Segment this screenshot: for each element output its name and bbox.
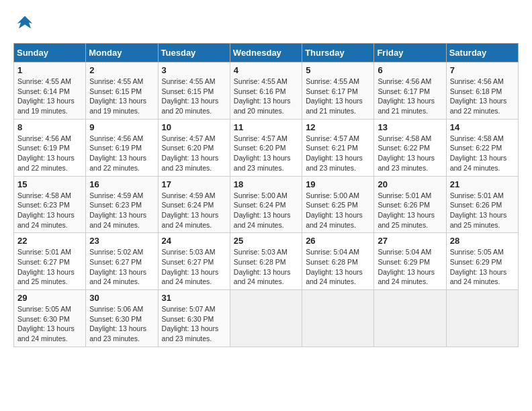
day-number: 19 bbox=[306, 179, 370, 189]
day-info: Sunrise: 4:59 AM Sunset: 6:23 PM Dayligh… bbox=[89, 191, 154, 230]
calendar-cell: 11 Sunrise: 4:57 AM Sunset: 6:20 PM Dayl… bbox=[230, 119, 302, 176]
page-header bbox=[13, 13, 519, 36]
calendar-cell bbox=[302, 290, 374, 347]
day-number: 28 bbox=[450, 236, 515, 246]
day-info: Sunrise: 5:07 AM Sunset: 6:30 PM Dayligh… bbox=[162, 304, 226, 344]
day-info: Sunrise: 5:01 AM Sunset: 6:27 PM Dayligh… bbox=[17, 247, 82, 287]
day-info: Sunrise: 4:55 AM Sunset: 6:15 PM Dayligh… bbox=[89, 77, 154, 116]
calendar-cell: 17 Sunrise: 4:59 AM Sunset: 6:24 PM Dayl… bbox=[158, 176, 230, 233]
day-number: 15 bbox=[17, 179, 82, 189]
day-number: 13 bbox=[378, 122, 442, 132]
day-info: Sunrise: 4:56 AM Sunset: 6:19 PM Dayligh… bbox=[89, 134, 154, 173]
day-number: 5 bbox=[306, 65, 370, 75]
day-number: 27 bbox=[378, 236, 442, 246]
day-number: 31 bbox=[162, 293, 226, 303]
day-number: 30 bbox=[89, 293, 154, 303]
day-info: Sunrise: 4:57 AM Sunset: 6:20 PM Dayligh… bbox=[234, 134, 298, 173]
calendar-cell: 5 Sunrise: 4:55 AM Sunset: 6:17 PM Dayli… bbox=[302, 62, 374, 120]
calendar-cell: 18 Sunrise: 5:00 AM Sunset: 6:24 PM Dayl… bbox=[230, 176, 302, 233]
calendar-cell: 15 Sunrise: 4:58 AM Sunset: 6:23 PM Dayl… bbox=[14, 176, 86, 233]
day-info: Sunrise: 5:02 AM Sunset: 6:27 PM Dayligh… bbox=[89, 247, 154, 287]
day-info: Sunrise: 4:59 AM Sunset: 6:24 PM Dayligh… bbox=[162, 191, 226, 230]
day-number: 23 bbox=[89, 236, 154, 246]
calendar-week-1: 1 Sunrise: 4:55 AM Sunset: 6:14 PM Dayli… bbox=[14, 62, 519, 120]
weekday-header-thursday: Thursday bbox=[302, 44, 374, 62]
calendar-cell: 10 Sunrise: 4:57 AM Sunset: 6:20 PM Dayl… bbox=[158, 119, 230, 176]
day-number: 11 bbox=[234, 122, 298, 132]
day-number: 8 bbox=[17, 122, 82, 132]
calendar-cell bbox=[446, 290, 518, 347]
calendar-cell: 12 Sunrise: 4:57 AM Sunset: 6:21 PM Dayl… bbox=[302, 119, 374, 176]
day-number: 25 bbox=[234, 236, 298, 246]
day-number: 6 bbox=[378, 65, 442, 75]
logo-icon bbox=[15, 13, 35, 34]
calendar-cell: 6 Sunrise: 4:56 AM Sunset: 6:17 PM Dayli… bbox=[374, 62, 446, 120]
day-info: Sunrise: 5:04 AM Sunset: 6:29 PM Dayligh… bbox=[378, 247, 442, 287]
calendar-cell: 19 Sunrise: 5:00 AM Sunset: 6:25 PM Dayl… bbox=[302, 176, 374, 233]
calendar-cell: 4 Sunrise: 4:55 AM Sunset: 6:16 PM Dayli… bbox=[230, 62, 302, 120]
day-number: 3 bbox=[162, 65, 226, 75]
calendar-cell: 27 Sunrise: 5:04 AM Sunset: 6:29 PM Dayl… bbox=[374, 233, 446, 290]
calendar-week-5: 29 Sunrise: 5:05 AM Sunset: 6:30 PM Dayl… bbox=[14, 290, 519, 347]
day-number: 2 bbox=[89, 65, 154, 75]
weekday-header-sunday: Sunday bbox=[14, 44, 86, 62]
calendar-cell: 20 Sunrise: 5:01 AM Sunset: 6:26 PM Dayl… bbox=[374, 176, 446, 233]
day-info: Sunrise: 5:00 AM Sunset: 6:25 PM Dayligh… bbox=[306, 191, 370, 230]
day-number: 12 bbox=[306, 122, 370, 132]
svg-marker-0 bbox=[17, 16, 33, 29]
calendar-week-3: 15 Sunrise: 4:58 AM Sunset: 6:23 PM Dayl… bbox=[14, 176, 519, 233]
calendar-cell bbox=[374, 290, 446, 347]
calendar-cell: 3 Sunrise: 4:55 AM Sunset: 6:15 PM Dayli… bbox=[158, 62, 230, 120]
day-info: Sunrise: 4:58 AM Sunset: 6:22 PM Dayligh… bbox=[450, 134, 515, 173]
calendar-cell: 22 Sunrise: 5:01 AM Sunset: 6:27 PM Dayl… bbox=[14, 233, 86, 290]
calendar-week-2: 8 Sunrise: 4:56 AM Sunset: 6:19 PM Dayli… bbox=[14, 119, 519, 176]
day-number: 7 bbox=[450, 65, 515, 75]
day-number: 22 bbox=[17, 236, 82, 246]
day-info: Sunrise: 4:56 AM Sunset: 6:18 PM Dayligh… bbox=[450, 77, 515, 116]
day-number: 24 bbox=[162, 236, 226, 246]
calendar-cell: 21 Sunrise: 5:01 AM Sunset: 6:26 PM Dayl… bbox=[446, 176, 518, 233]
day-info: Sunrise: 4:58 AM Sunset: 6:22 PM Dayligh… bbox=[378, 134, 442, 173]
day-info: Sunrise: 5:05 AM Sunset: 6:30 PM Dayligh… bbox=[17, 304, 82, 344]
calendar-cell: 28 Sunrise: 5:05 AM Sunset: 6:29 PM Dayl… bbox=[446, 233, 518, 290]
calendar-cell: 1 Sunrise: 4:55 AM Sunset: 6:14 PM Dayli… bbox=[14, 62, 86, 120]
day-info: Sunrise: 4:56 AM Sunset: 6:17 PM Dayligh… bbox=[378, 77, 442, 116]
day-number: 10 bbox=[162, 122, 226, 132]
weekday-header-tuesday: Tuesday bbox=[158, 44, 230, 62]
day-info: Sunrise: 5:01 AM Sunset: 6:26 PM Dayligh… bbox=[378, 191, 442, 230]
calendar-week-4: 22 Sunrise: 5:01 AM Sunset: 6:27 PM Dayl… bbox=[14, 233, 519, 290]
day-info: Sunrise: 5:06 AM Sunset: 6:30 PM Dayligh… bbox=[89, 304, 154, 344]
day-number: 1 bbox=[17, 65, 82, 75]
day-number: 20 bbox=[378, 179, 442, 189]
calendar-cell: 24 Sunrise: 5:03 AM Sunset: 6:27 PM Dayl… bbox=[158, 233, 230, 290]
calendar-cell: 25 Sunrise: 5:03 AM Sunset: 6:28 PM Dayl… bbox=[230, 233, 302, 290]
day-info: Sunrise: 4:58 AM Sunset: 6:23 PM Dayligh… bbox=[17, 191, 82, 230]
day-info: Sunrise: 4:55 AM Sunset: 6:16 PM Dayligh… bbox=[234, 77, 298, 116]
calendar-table: SundayMondayTuesdayWednesdayThursdayFrid… bbox=[13, 43, 519, 347]
calendar-cell: 16 Sunrise: 4:59 AM Sunset: 6:23 PM Dayl… bbox=[86, 176, 158, 233]
day-info: Sunrise: 4:55 AM Sunset: 6:17 PM Dayligh… bbox=[306, 77, 370, 116]
weekday-header-monday: Monday bbox=[86, 44, 158, 62]
calendar-cell: 2 Sunrise: 4:55 AM Sunset: 6:15 PM Dayli… bbox=[86, 62, 158, 120]
calendar-cell: 14 Sunrise: 4:58 AM Sunset: 6:22 PM Dayl… bbox=[446, 119, 518, 176]
calendar-cell: 7 Sunrise: 4:56 AM Sunset: 6:18 PM Dayli… bbox=[446, 62, 518, 120]
day-number: 16 bbox=[89, 179, 154, 189]
day-number: 18 bbox=[234, 179, 298, 189]
day-info: Sunrise: 4:55 AM Sunset: 6:15 PM Dayligh… bbox=[162, 77, 226, 116]
calendar-cell: 8 Sunrise: 4:56 AM Sunset: 6:19 PM Dayli… bbox=[14, 119, 86, 176]
day-info: Sunrise: 5:03 AM Sunset: 6:27 PM Dayligh… bbox=[162, 247, 226, 287]
weekday-header-wednesday: Wednesday bbox=[230, 44, 302, 62]
day-number: 17 bbox=[162, 179, 226, 189]
calendar-cell bbox=[230, 290, 302, 347]
day-number: 29 bbox=[17, 293, 82, 303]
day-number: 21 bbox=[450, 179, 515, 189]
day-number: 9 bbox=[89, 122, 154, 132]
day-info: Sunrise: 4:57 AM Sunset: 6:20 PM Dayligh… bbox=[162, 134, 226, 173]
calendar-cell: 26 Sunrise: 5:04 AM Sunset: 6:28 PM Dayl… bbox=[302, 233, 374, 290]
day-info: Sunrise: 5:04 AM Sunset: 6:28 PM Dayligh… bbox=[306, 247, 370, 287]
day-number: 4 bbox=[234, 65, 298, 75]
day-info: Sunrise: 4:57 AM Sunset: 6:21 PM Dayligh… bbox=[306, 134, 370, 173]
weekday-header-saturday: Saturday bbox=[446, 44, 518, 62]
day-info: Sunrise: 5:03 AM Sunset: 6:28 PM Dayligh… bbox=[234, 247, 298, 287]
calendar-cell: 31 Sunrise: 5:07 AM Sunset: 6:30 PM Dayl… bbox=[158, 290, 230, 347]
